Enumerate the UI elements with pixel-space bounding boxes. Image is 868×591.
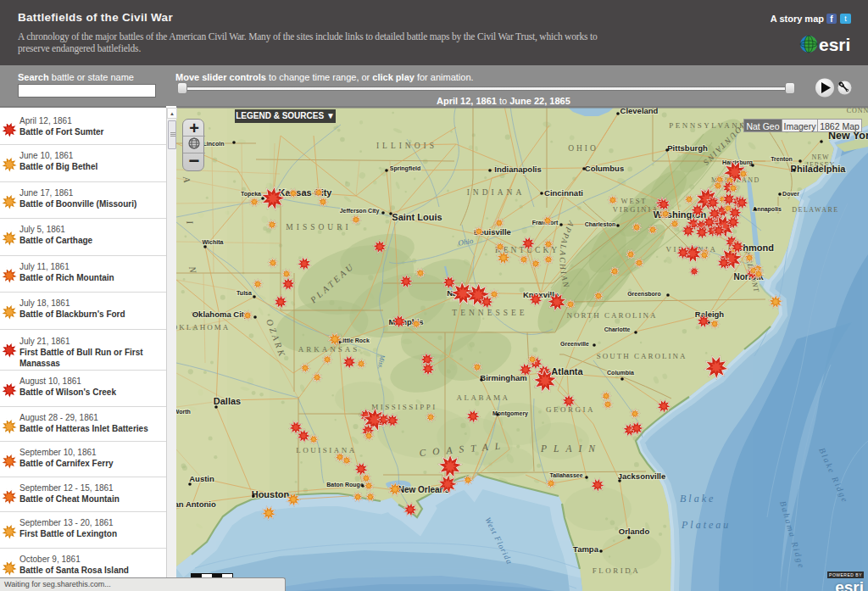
svg-text:MISSOURI: MISSOURI [286, 223, 351, 231]
svg-text:NORTH CAROLINA: NORTH CAROLINA [566, 311, 657, 320]
svg-text:PLAIN: PLAIN [540, 443, 602, 454]
svg-text:ILLINOIS: ILLINOIS [376, 142, 437, 150]
svg-text:Baton Rouge: Baton Rouge [326, 482, 364, 488]
svg-text:Springfield: Springfield [390, 165, 421, 172]
svg-text:Jefferson City: Jefferson City [340, 208, 380, 215]
svg-text:Orlando: Orlando [619, 527, 650, 536]
svg-text:Trenton: Trenton [771, 156, 793, 162]
svg-text:Oklahoma City: Oklahoma City [192, 309, 249, 319]
svg-text:SOUTH CAROLINA: SOUTH CAROLINA [597, 352, 687, 360]
svg-text:Dallas: Dallas [214, 396, 241, 406]
svg-text:Cincinnati: Cincinnati [544, 188, 583, 198]
svg-text:esri: esri [819, 35, 850, 54]
svg-text:ALABAMA: ALABAMA [456, 393, 509, 402]
svg-text:Atlanta: Atlanta [551, 366, 583, 376]
svg-text:WEST: WEST [620, 197, 647, 205]
svg-text:Blake: Blake [680, 493, 715, 505]
svg-text:Wichita: Wichita [203, 239, 224, 245]
svg-text:Charlotte: Charlotte [604, 326, 631, 332]
svg-text:Tallahassee: Tallahassee [549, 472, 582, 478]
svg-text:Raleigh: Raleigh [695, 309, 725, 319]
svg-text:Kansas City: Kansas City [279, 187, 333, 198]
svg-text:MISSISSIPPI: MISSISSIPPI [371, 403, 437, 411]
svg-text:Tulsa: Tulsa [236, 290, 252, 296]
svg-text:Tampa: Tampa [573, 544, 599, 554]
svg-text:Columbus: Columbus [585, 164, 624, 173]
svg-text:DELAWARE: DELAWARE [792, 206, 838, 214]
svg-text:Little Rock: Little Rock [339, 337, 370, 343]
svg-text:LOUISIANA: LOUISIANA [296, 446, 357, 454]
svg-text:Columbia: Columbia [607, 370, 634, 376]
svg-text:Annapolis: Annapolis [753, 206, 782, 213]
svg-text:Dover: Dover [782, 191, 799, 197]
svg-text:Jacksonville: Jacksonville [618, 471, 666, 481]
svg-text:Topeka: Topeka [241, 191, 261, 198]
svg-text:FLORIDA: FLORIDA [593, 566, 641, 575]
svg-text:TENNESSEE: TENNESSEE [452, 309, 527, 317]
svg-text:Fort Worth: Fort Worth [176, 409, 191, 415]
svg-text:VIRGINIA: VIRGINIA [613, 205, 659, 214]
svg-text:INDIANA: INDIANA [467, 188, 526, 197]
svg-text:Saint Louis: Saint Louis [392, 212, 442, 222]
svg-text:Birmingham: Birmingham [480, 373, 526, 382]
svg-text:Houston: Houston [252, 489, 290, 499]
svg-text:Greensboro: Greensboro [627, 291, 661, 297]
svg-text:OHIO: OHIO [568, 144, 598, 153]
svg-text:Lincoln: Lincoln [203, 141, 225, 147]
svg-text:NEW: NEW [811, 153, 829, 161]
svg-text:Pittsburgh: Pittsburgh [667, 143, 708, 153]
svg-text:San Antonio: San Antonio [176, 499, 216, 509]
svg-text:Greenville: Greenville [560, 341, 589, 347]
svg-text:ARKANSAS: ARKANSAS [298, 345, 360, 354]
svg-text:Plateau: Plateau [681, 519, 731, 531]
svg-text:Charleston: Charleston [585, 221, 616, 227]
svg-text:Austin: Austin [189, 474, 214, 483]
svg-text:Indianapolis: Indianapolis [494, 164, 541, 174]
svg-text:OKLAHOMA: OKLAHOMA [176, 323, 230, 332]
svg-text:Philadelphia: Philadelphia [791, 164, 847, 174]
